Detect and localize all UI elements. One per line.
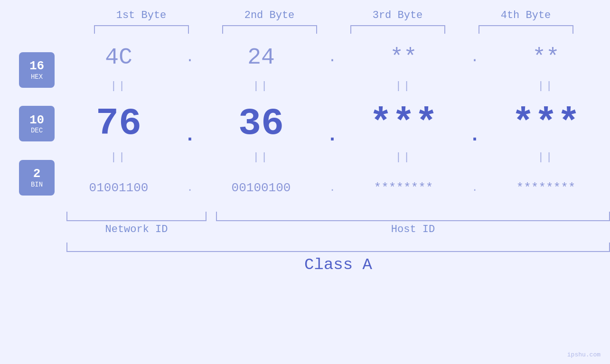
watermark: ipshu.com [567, 351, 601, 358]
dec-val-4: *** [512, 102, 580, 145]
hex-row: 4C . 24 . ** . ** [55, 38, 610, 76]
dec-cell-1: 76 [55, 102, 183, 145]
dec-number: 10 [29, 113, 44, 127]
dec-cell-3: *** [339, 102, 468, 145]
dec-name: DEC [31, 127, 43, 134]
host-id-label: Host ID [216, 224, 610, 235]
bottom-area: Network ID Host ID Class A [0, 212, 610, 274]
dec-cell-2: 36 [197, 102, 325, 145]
byte-label-4: 4th Byte [501, 9, 551, 21]
hex-dot-3: . [468, 49, 482, 65]
dec-badge: 10 DEC [19, 106, 55, 141]
bin-dot-3: . [468, 182, 482, 194]
sep-row-hex-dec: || || || || [55, 76, 610, 95]
network-id-label: Network ID [66, 224, 206, 235]
hex-val-1: 4C [105, 45, 132, 70]
dec-val-2: 36 [238, 102, 284, 145]
sep2-cell-1: || [55, 151, 183, 163]
bin-row: 01001100 . 00100100 . ******** . *******… [55, 167, 610, 209]
bracket-row [66, 212, 610, 221]
bin-dot-1: . [183, 182, 197, 194]
hex-val-3: ** [390, 45, 417, 70]
hex-val-2: 24 [247, 45, 275, 70]
bin-val-1: 01001100 [89, 181, 149, 195]
dec-val-1: 76 [96, 102, 141, 145]
hex-dot-1: . [183, 49, 197, 65]
dec-row: 76 . 36 . *** . *** [55, 95, 610, 148]
byte-col-3: 3rd Byte [334, 9, 462, 34]
sep-cell-1: || [55, 80, 183, 92]
outer-bracket [66, 243, 610, 252]
byte-label-3: 3rd Byte [373, 9, 423, 21]
byte-col-1: 1st Byte [77, 9, 206, 34]
hex-cell-1: 4C [55, 45, 183, 70]
byte-label-2: 2nd Byte [244, 9, 295, 21]
hex-cell-2: 24 [197, 45, 325, 70]
dec-val-3: *** [369, 102, 438, 145]
hex-name: HEX [31, 73, 43, 81]
bin-badge: 2 BIN [19, 160, 55, 196]
sep-row-dec-bin: || || || || [55, 148, 610, 167]
bracket-top-2 [222, 25, 317, 34]
id-labels: Network ID Host ID [66, 224, 610, 235]
byte-label-1: 1st Byte [116, 9, 167, 21]
sep-cell-2: || [197, 80, 325, 92]
dec-cell-4: *** [482, 102, 610, 145]
hex-cell-3: ** [339, 45, 468, 70]
bin-cell-2: 00100100 [197, 181, 325, 195]
hex-val-4: ** [532, 45, 560, 70]
bin-val-2: 00100100 [232, 181, 291, 195]
bin-number: 2 [33, 167, 41, 181]
sep2-cell-4: || [482, 151, 610, 163]
dec-dot-3: . [468, 112, 482, 145]
host-bracket [216, 212, 610, 221]
network-bracket [66, 212, 206, 221]
bracket-top-1 [94, 25, 189, 34]
byte-labels-row: 1st Byte 2nd Byte 3rd Byte 4th Byte [0, 9, 610, 34]
hex-badge: 16 HEX [19, 52, 55, 88]
bracket-top-3 [350, 25, 445, 34]
sep-cell-3: || [339, 80, 468, 92]
bin-dot-2: . [325, 182, 339, 194]
bin-cell-4: ******** [482, 181, 610, 195]
sep-cell-4: || [482, 80, 610, 92]
hex-dot-2: . [325, 49, 339, 65]
bracket-top-4 [479, 25, 573, 34]
dec-dot-1: . [183, 112, 197, 145]
bin-cell-3: ******** [339, 181, 468, 195]
hex-number: 16 [29, 59, 44, 73]
data-rows: 4C . 24 . ** . ** || || || || [55, 38, 610, 209]
main-content: 16 HEX 10 DEC 2 BIN 4C . 24 . ** . [0, 38, 610, 209]
byte-col-2: 2nd Byte [206, 9, 334, 34]
hex-cell-4: ** [482, 45, 610, 70]
bin-name: BIN [31, 181, 43, 188]
sep2-cell-2: || [197, 151, 325, 163]
base-labels-column: 16 HEX 10 DEC 2 BIN [19, 38, 55, 209]
sep2-cell-3: || [339, 151, 468, 163]
bin-cell-1: 01001100 [55, 181, 183, 195]
bin-val-4: ******** [516, 181, 576, 195]
dec-dot-2: . [325, 112, 339, 145]
byte-col-4: 4th Byte [462, 9, 590, 34]
bin-val-3: ******** [374, 181, 433, 195]
class-label: Class A [66, 256, 610, 274]
